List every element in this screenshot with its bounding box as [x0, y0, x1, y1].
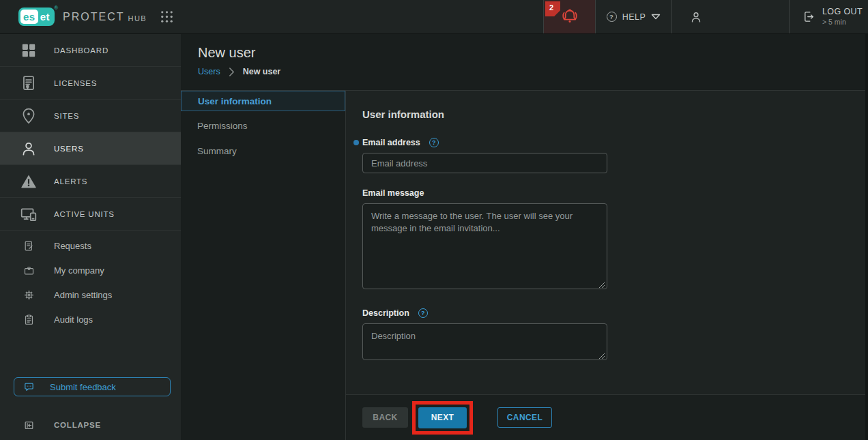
email-message-label: Email message [362, 188, 424, 198]
step-user-information[interactable]: User information [181, 91, 345, 111]
sidebar-item-requests[interactable]: Requests [0, 233, 181, 258]
email-address-label: Email address [362, 138, 420, 147]
user-information-form: User information Email address ? Email m… [346, 91, 868, 394]
required-indicator [353, 140, 359, 145]
settings-gear-icon [23, 289, 35, 301]
back-button[interactable]: BACK [362, 407, 408, 428]
wizard-footer: BACK NEXT CANCEL [346, 394, 868, 440]
breadcrumb-chevron-icon [229, 68, 235, 76]
sidebar-item-admin-settings[interactable]: Admin settings [0, 282, 181, 307]
eset-logo-et: et [38, 11, 50, 23]
sidebar-label: DASHBOARD [54, 46, 108, 55]
sidebar-item-audit-logs[interactable]: Audit logs [0, 307, 181, 332]
annotation-highlight: NEXT [412, 401, 473, 435]
next-button[interactable]: NEXT [418, 407, 467, 428]
sidebar-label: ACTIVE UNITS [54, 210, 115, 218]
licenses-icon [20, 74, 38, 92]
form-section-title: User information [362, 108, 852, 120]
email-help-icon[interactable]: ? [429, 138, 439, 147]
collapse-icon [23, 420, 35, 431]
step-permissions[interactable]: Permissions [181, 115, 345, 136]
chevron-down-icon [651, 14, 661, 20]
user-icon [689, 10, 704, 25]
breadcrumb-users-link[interactable]: Users [198, 67, 220, 76]
breadcrumb-current: New user [243, 67, 281, 76]
sidebar-label: Requests [54, 241, 91, 251]
account-button[interactable] [671, 0, 789, 33]
page-header: New user Users New user [181, 34, 868, 91]
logout-label: LOG OUT [822, 7, 863, 18]
active-units-icon [20, 205, 38, 223]
brand-area: es et ® PROTECT HUB [0, 0, 181, 33]
logout-button[interactable]: LOG OUT > 5 min [789, 0, 868, 33]
email-message-textarea[interactable] [362, 203, 607, 289]
eset-logo[interactable]: es et ® [18, 8, 55, 26]
sidebar-item-dashboard[interactable]: DASHBOARD [0, 34, 181, 67]
sidebar-label: Audit logs [54, 314, 93, 325]
sidebar-label: My company [54, 265, 104, 276]
email-address-input[interactable] [362, 153, 607, 173]
submit-feedback-label: Submit feedback [50, 382, 116, 392]
collapse-label: COLLAPSE [54, 421, 101, 429]
dashboard-icon [20, 42, 38, 59]
submit-feedback-button[interactable]: Submit feedback [14, 377, 171, 396]
page-title: New user [198, 45, 868, 61]
sites-icon [20, 107, 38, 125]
product-suffix: HUB [128, 14, 147, 23]
scrollbar-track[interactable] [865, 34, 868, 440]
help-button[interactable]: ? HELP [595, 0, 671, 33]
briefcase-icon [23, 265, 35, 276]
main-area: New user Users New user User information… [181, 34, 868, 440]
step-summary[interactable]: Summary [181, 140, 345, 162]
notifications-button[interactable]: 2 [543, 0, 595, 33]
sidebar-label: Admin settings [54, 290, 112, 300]
sidebar-item-sites[interactable]: SITES [0, 100, 181, 132]
bell-icon [559, 6, 581, 28]
collapse-sidebar-button[interactable]: COLLAPSE [0, 413, 181, 437]
sidebar-label: ALERTS [54, 177, 87, 186]
sidebar-item-users[interactable]: USERS [0, 132, 181, 165]
help-circle-icon: ? [607, 12, 617, 22]
sidebar-item-my-company[interactable]: My company [0, 258, 181, 282]
wizard-steps: User information Permissions Summary [181, 91, 346, 440]
description-help-icon[interactable]: ? [418, 308, 428, 318]
registered-mark: ® [54, 5, 58, 11]
logout-timer: > 5 min [822, 18, 863, 27]
eset-logo-es: es [20, 10, 38, 24]
breadcrumb: Users New user [198, 67, 868, 76]
logout-icon [802, 10, 816, 24]
sidebar-label: LICENSES [54, 79, 97, 87]
alerts-icon [20, 173, 38, 190]
app-launcher-icon[interactable] [159, 9, 175, 25]
feedback-bubble-icon [23, 381, 35, 393]
sidebar-item-licenses[interactable]: LICENSES [0, 67, 181, 100]
sidebar: DASHBOARD LICENSES SITES [0, 34, 181, 440]
users-icon [20, 140, 38, 158]
cancel-button[interactable]: CANCEL [497, 407, 552, 428]
description-label: Description [362, 308, 409, 318]
product-name: PROTECT [63, 11, 124, 23]
description-textarea[interactable] [362, 323, 607, 360]
help-label: HELP [622, 12, 646, 22]
sidebar-item-alerts[interactable]: ALERTS [0, 165, 181, 198]
sidebar-label: USERS [54, 145, 84, 153]
sidebar-label: SITES [54, 112, 79, 120]
clipboard-icon [23, 314, 35, 325]
top-bar: es et ® PROTECT HUB 2 [0, 0, 868, 34]
sidebar-item-active-units[interactable]: ACTIVE UNITS [0, 198, 181, 231]
requests-icon [23, 240, 35, 252]
